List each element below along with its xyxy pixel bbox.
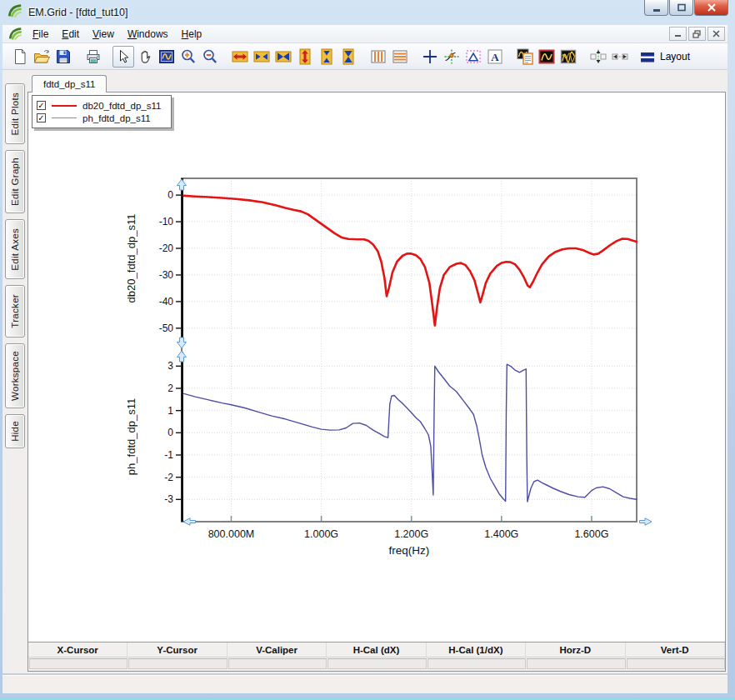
plot-report-button[interactable] xyxy=(514,46,536,68)
v-fit-button[interactable] xyxy=(588,46,609,68)
plot-canvas[interactable]: 800.000M1.000G1.200G1.400G1.600G0-10-20-… xyxy=(28,92,726,672)
h-collapse-button[interactable] xyxy=(272,46,294,68)
curve-db20_fdtd_dp_s11[interactable] xyxy=(184,196,637,326)
menu-item-file[interactable]: File xyxy=(26,27,55,42)
print-button[interactable] xyxy=(82,46,104,68)
app-logo-icon xyxy=(8,3,22,22)
h-expand-icon xyxy=(232,48,248,65)
v-expand-icon xyxy=(297,48,313,65)
zoom-out-button[interactable] xyxy=(199,46,221,68)
open-file-icon xyxy=(33,48,50,65)
titlebar[interactable]: EM.Grid - [fdtd_tut10] xyxy=(0,0,735,25)
mdi-minimize-button[interactable] xyxy=(669,27,687,41)
plot-tab[interactable]: fdtd_dp_s11 xyxy=(32,75,107,92)
side-tab-tracker[interactable]: Tracker xyxy=(5,285,25,338)
legend-checkbox[interactable]: ✓ xyxy=(37,101,46,110)
multi-trace-button[interactable] xyxy=(558,46,579,68)
x-tick-label: 1.400G xyxy=(484,528,518,540)
y-tick-label: -30 xyxy=(159,269,174,281)
h-stripes-button[interactable] xyxy=(389,46,411,68)
y-tick-label: -20 xyxy=(159,242,174,254)
y-tick-label: -10 xyxy=(159,216,174,228)
text-label-button[interactable]: A xyxy=(484,46,506,68)
x-tick-label: 1.600G xyxy=(574,528,608,540)
side-tab-edit-graph[interactable]: Edit Graph xyxy=(5,150,25,213)
text-label-icon: A xyxy=(487,48,503,65)
mdi-close-button[interactable] xyxy=(708,27,725,41)
zoom-in-button[interactable] xyxy=(178,46,199,68)
mdi-restore-button[interactable] xyxy=(688,27,706,41)
y-tick-label: 3 xyxy=(168,360,173,372)
delta-marker-button[interactable] xyxy=(462,46,484,68)
side-tab-workspace[interactable]: Workspace xyxy=(5,343,25,408)
layout-button[interactable]: Layout xyxy=(639,48,690,65)
side-tab-hide[interactable]: Hide xyxy=(5,414,25,448)
zoom-box-icon xyxy=(158,48,175,65)
y-tick-label: -50 xyxy=(159,322,174,334)
close-button[interactable] xyxy=(694,0,728,16)
cursor-col-header: H-Cal (1/dX) xyxy=(427,642,526,657)
zoom-out-icon xyxy=(202,48,218,65)
y-tick-label: 0 xyxy=(168,427,173,438)
side-tab-label: Edit Axes xyxy=(10,228,20,271)
svg-text:A: A xyxy=(491,51,499,63)
tracker-button[interactable] xyxy=(441,46,462,68)
menu-item-help[interactable]: Help xyxy=(175,27,209,42)
x-tick-label: 1.200G xyxy=(394,528,428,540)
maximize-button[interactable] xyxy=(669,0,693,16)
cursor-col-header: X-Cursor xyxy=(28,642,128,657)
cursor-value-cell xyxy=(228,658,327,669)
cross-cursor-button[interactable] xyxy=(419,46,441,68)
y-tick-label: 2 xyxy=(168,382,173,394)
y-axis-handle-top-down[interactable] xyxy=(178,338,187,348)
side-tab-edit-axes[interactable]: Edit Axes xyxy=(5,219,25,279)
document-logo-icon xyxy=(8,27,22,41)
cursor-col-header: Vert-D xyxy=(626,642,725,657)
side-tab-label: Hide xyxy=(10,421,20,442)
y-axis-handle-bottom-up[interactable] xyxy=(178,351,187,362)
toolbar: ALayout xyxy=(2,43,728,70)
v-expand-button[interactable] xyxy=(294,46,316,68)
cursor-value-cell xyxy=(328,658,426,669)
v-shrink-button[interactable] xyxy=(316,46,338,68)
chart[interactable]: 800.000M1.000G1.200G1.400G1.600G0-10-20-… xyxy=(28,92,722,638)
legend-checkbox[interactable]: ✓ xyxy=(37,113,46,122)
x-axis-label: freq(Hz) xyxy=(389,544,430,557)
v-stripes-icon xyxy=(370,48,387,65)
cursor-value-cell xyxy=(128,658,227,669)
window-title: EM.Grid - [fdtd_tut10] xyxy=(28,7,128,18)
pan-hand-button[interactable] xyxy=(134,46,156,68)
h-expand-button[interactable] xyxy=(229,46,251,68)
v-collapse-button[interactable] xyxy=(338,46,359,68)
x-axis-handle-right[interactable] xyxy=(640,518,652,526)
menu-item-view[interactable]: View xyxy=(86,27,121,42)
new-file-button[interactable] xyxy=(9,46,31,68)
layout-icon xyxy=(639,48,656,65)
cursor-value-cell xyxy=(428,658,526,669)
multi-trace-icon xyxy=(560,48,577,65)
cursor-col-header: V-Caliper xyxy=(228,642,327,657)
select-cursor-button[interactable] xyxy=(112,46,134,68)
plot-report-icon xyxy=(517,48,533,65)
zoom-in-icon xyxy=(180,48,197,65)
menu-item-edit[interactable]: Edit xyxy=(55,27,86,42)
menu-item-windows[interactable]: Windows xyxy=(121,27,175,42)
single-trace-button[interactable] xyxy=(536,46,558,68)
side-tab-edit-plots[interactable]: Edit Plots xyxy=(5,83,25,144)
open-file-button[interactable] xyxy=(31,46,52,68)
h-shrink-button[interactable] xyxy=(251,46,272,68)
plot-frame xyxy=(182,178,637,522)
y-tick-label: -1 xyxy=(164,449,173,461)
client-area: Edit PlotsEdit GraphEdit AxesTrackerWork… xyxy=(2,70,728,673)
y-axis-label: ph_fdtd_dp_s11 xyxy=(125,398,138,475)
save-button[interactable] xyxy=(52,46,74,68)
h-collapse-icon xyxy=(275,48,292,65)
h-fit-button[interactable] xyxy=(609,46,631,68)
y-axis-handle-top-up[interactable] xyxy=(178,179,187,190)
zoom-box-button[interactable] xyxy=(156,46,178,68)
mdi-window-buttons xyxy=(669,27,728,41)
x-axis-handle-left[interactable] xyxy=(183,518,196,526)
minimize-button[interactable] xyxy=(644,0,668,16)
v-stripes-button[interactable] xyxy=(368,46,389,68)
v-shrink-icon xyxy=(318,48,335,65)
